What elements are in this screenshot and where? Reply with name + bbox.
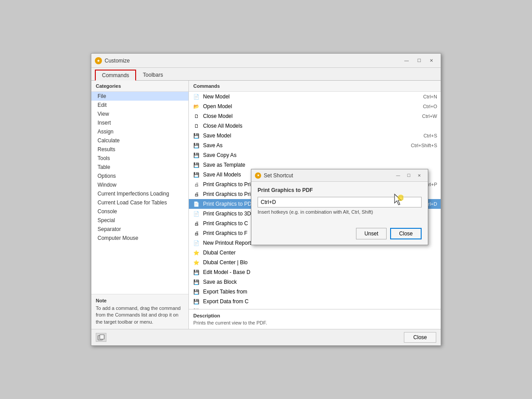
dialog-maximize-button[interactable]: ☐: [404, 172, 414, 180]
open-model-label: Open Model: [203, 103, 419, 110]
svg-rect-1: [100, 335, 104, 339]
title-bar-left: ★ Customize: [95, 57, 130, 64]
dialog-app-icon: ★: [255, 172, 261, 179]
tab-toolbars[interactable]: Toolbars: [136, 70, 169, 81]
minimize-button[interactable]: —: [401, 56, 412, 65]
command-export-data[interactable]: 💾 Export Data from C: [189, 297, 441, 306]
dlubal-block-icon: ⭐: [192, 259, 200, 266]
category-separator[interactable]: Separator: [91, 225, 188, 234]
category-assign[interactable]: Assign: [91, 127, 188, 136]
print-3dpdf-icon: 📄: [192, 210, 200, 217]
main-close-button[interactable]: Close: [404, 332, 436, 343]
close-all-label: Close All Models: [203, 123, 434, 129]
save-block-label: Save as Block: [203, 279, 437, 285]
edit-model-icon: 💾: [192, 269, 200, 276]
description-text: Prints the current view to the PDF.: [193, 320, 436, 325]
open-model-shortcut: Ctrl+O: [423, 104, 437, 109]
category-console[interactable]: Console: [91, 207, 188, 216]
dialog-buttons: Unset Close: [258, 228, 422, 239]
category-options[interactable]: Options: [91, 172, 188, 180]
print-printer-icon: 🖨: [192, 181, 200, 188]
print-pdf-icon: 📄: [192, 200, 200, 207]
main-window: ★ Customize — ☐ ✕ Commands Toolbars Cate…: [91, 53, 441, 346]
command-close-model[interactable]: 🗋 Close Model Ctrl+W: [189, 111, 441, 121]
print-c-icon: 🖨: [192, 220, 200, 227]
bottom-bar: Close: [91, 329, 441, 345]
categories-header: Categories: [91, 81, 188, 92]
command-export-ifc[interactable]: 💾 Export Data from Current Document to I…: [189, 306, 441, 309]
category-file[interactable]: File: [91, 92, 188, 101]
dlubal-center-label: Dlubal Center: [203, 250, 437, 256]
new-printout-icon: 📄: [192, 239, 200, 246]
command-dlubal-block[interactable]: ⭐ Dlubal Center | Blo: [189, 258, 441, 267]
commands-header: Commands: [189, 81, 441, 92]
description-header: Description: [193, 313, 436, 318]
edit-model-label: Edit Model - Base D: [203, 269, 437, 275]
left-panel: Categories File Edit View Insert Assign: [91, 81, 189, 329]
command-dlubal-center[interactable]: ⭐ Dlubal Center: [189, 248, 441, 258]
app-icon: ★: [95, 57, 102, 64]
command-close-all[interactable]: 🗋 Close All Models: [189, 121, 441, 131]
export-tables-label: Export Tables from: [203, 289, 437, 295]
note-area: Note To add a command, drag the command …: [91, 294, 188, 329]
category-imperfections[interactable]: Current Imperfections Loading: [91, 189, 188, 198]
category-loadcase[interactable]: Current Load Case for Tables: [91, 198, 188, 207]
command-save-template[interactable]: 💾 Save as Template: [189, 160, 441, 170]
category-insert[interactable]: Insert: [91, 118, 188, 127]
command-export-tables[interactable]: 💾 Export Tables from: [189, 287, 441, 297]
window-title: Customize: [105, 58, 130, 64]
dialog-content: Print Graphics to PDF Insert hotkeys (e.…: [251, 182, 428, 245]
category-results[interactable]: Results: [91, 145, 188, 154]
note-text: To add a command, drag the command from …: [96, 305, 184, 325]
save-copy-icon: 💾: [192, 152, 200, 159]
copy-icon: [96, 333, 106, 342]
category-view[interactable]: View: [91, 110, 188, 118]
save-template-label: Save as Template: [203, 162, 434, 168]
save-all-icon: 💾: [192, 171, 200, 178]
command-edit-model[interactable]: 💾 Edit Model - Base D: [189, 267, 441, 277]
dialog-close-button[interactable]: Close: [390, 228, 422, 239]
category-calculate[interactable]: Calculate: [91, 136, 188, 145]
command-open-model[interactable]: 📂 Open Model Ctrl+O: [189, 102, 441, 111]
save-as-shortcut: Ctrl+Shift+S: [411, 143, 437, 148]
print-f-icon: 🖨: [192, 230, 200, 237]
category-list: File Edit View Insert Assign Calculate: [91, 92, 188, 294]
category-edit[interactable]: Edit: [91, 101, 188, 110]
print-report-icon: 🖨: [192, 191, 200, 198]
export-data-label: Export Data from C: [203, 298, 437, 305]
category-special[interactable]: Special: [91, 216, 188, 225]
category-tools[interactable]: Tools: [91, 154, 188, 163]
set-shortcut-dialog: ★ Set Shortcut — ☐ ✕ Print Graphics to P…: [251, 169, 428, 245]
category-mouse[interactable]: Computer Mouse: [91, 234, 188, 243]
save-copy-label: Save Copy As: [203, 152, 434, 158]
new-model-label: New Model: [203, 94, 420, 100]
category-table[interactable]: Table: [91, 163, 188, 172]
new-model-icon: 📄: [192, 93, 200, 100]
unset-button[interactable]: Unset: [356, 228, 387, 239]
command-save-model[interactable]: 💾 Save Model Ctrl+S: [189, 131, 441, 141]
command-save-copy-as[interactable]: 💾 Save Copy As: [189, 150, 441, 160]
category-window[interactable]: Window: [91, 180, 188, 189]
close-all-icon: 🗋: [192, 122, 200, 129]
shortcut-input[interactable]: [258, 197, 422, 207]
dialog-minimize-button[interactable]: —: [393, 172, 403, 180]
window-close-button[interactable]: ✕: [426, 56, 437, 65]
dialog-close-x-button[interactable]: ✕: [415, 172, 424, 180]
save-template-icon: 💾: [192, 161, 200, 168]
open-model-icon: 📂: [192, 103, 200, 110]
maximize-button[interactable]: ☐: [413, 56, 425, 65]
tab-commands[interactable]: Commands: [95, 70, 136, 81]
new-model-shortcut: Ctrl+N: [423, 94, 437, 99]
dlubal-center-icon: ⭐: [192, 249, 200, 256]
title-bar-controls: — ☐ ✕: [401, 56, 437, 65]
save-as-label: Save As: [203, 142, 407, 149]
command-save-block[interactable]: 💾 Save as Block: [189, 277, 441, 287]
close-model-shortcut: Ctrl+W: [422, 113, 437, 119]
close-model-icon: 🗋: [192, 113, 200, 120]
command-save-as[interactable]: 💾 Save As Ctrl+Shift+S: [189, 141, 441, 150]
export-ifc-icon: 💾: [192, 308, 200, 309]
save-model-shortcut: Ctrl+S: [423, 133, 437, 138]
close-model-label: Close Model: [203, 113, 419, 119]
title-bar: ★ Customize — ☐ ✕: [91, 54, 441, 68]
command-new-model[interactable]: 📄 New Model Ctrl+N: [189, 92, 441, 102]
